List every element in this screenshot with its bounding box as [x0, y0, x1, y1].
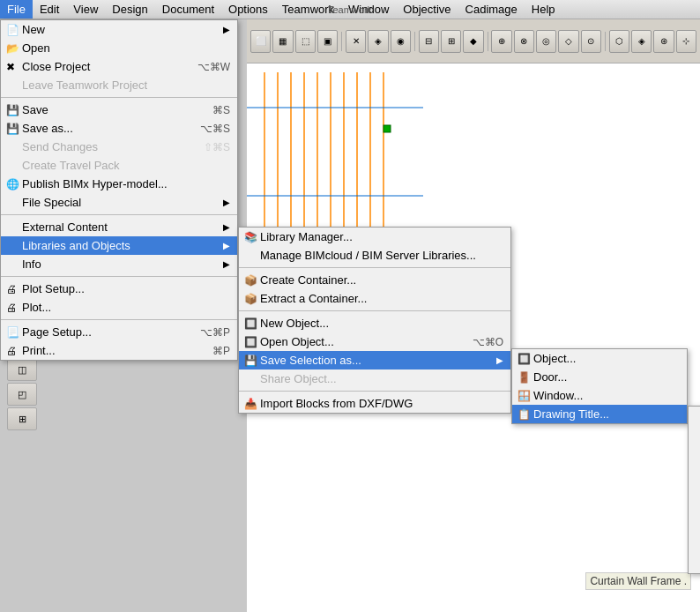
save-as-window[interactable]: 🪟 Window... [512, 386, 687, 405]
toolbar-sep-2 [414, 32, 415, 51]
save-as-icon: 💾 [6, 123, 19, 135]
menu-item-leave-teamwork: Leave Teamwork Project [1, 76, 237, 94]
drawing-title-submenu: Cabinet Door... Curtain Wall Cap... Curt… [688, 406, 700, 574]
lib-share-object: Share Object... [239, 369, 510, 388]
toolbar-btn-19[interactable]: ⊹ [676, 30, 696, 53]
dt-cabinet-door[interactable]: Cabinet Door... [689, 407, 700, 425]
dt-curtain-wall-frame[interactable]: Curtain Wall Frame... [689, 444, 700, 462]
toolbar-btn-11[interactable]: ⊕ [491, 30, 511, 53]
toolbar-btn-5[interactable]: ✕ [346, 30, 366, 53]
dt-window-sash[interactable]: Window Sash... [689, 555, 700, 573]
toolbar-btn-16[interactable]: ⬡ [609, 30, 629, 53]
window-icon: 🪟 [518, 390, 531, 402]
toolbar: ⬜ ▦ ⬚ ▣ ✕ ◈ ◉ ⊟ ⊞ ◆ ⊕ ⊗ ◎ ◇ ⊙ ⬡ ◈ ⊛ ⊹ [247, 19, 700, 63]
menu-item-close-project[interactable]: ✖ Close Project ⌥⌘W [1, 57, 237, 76]
dt-handle[interactable]: Handle... [689, 499, 700, 518]
tool-stair[interactable]: ◫ [7, 358, 37, 381]
lib-create-container[interactable]: 📦 Create Container... [239, 271, 510, 289]
toolbar-btn-3[interactable]: ⬚ [295, 30, 316, 53]
toolbar-btn-1[interactable]: ⬜ [250, 30, 271, 53]
toolbar-btn-6[interactable]: ◈ [368, 30, 388, 53]
tool-zone[interactable]: ◰ [7, 383, 37, 406]
open-object-icon: 🔲 [244, 336, 257, 348]
import-blocks-label: Import Blocks from DXF/DWG [260, 397, 413, 410]
menubar-options[interactable]: Options [221, 0, 275, 19]
menu-item-save[interactable]: 💾 Save ⌘S [1, 101, 237, 119]
save-as-drawing-title[interactable]: 📋 Drawing Title... [512, 405, 687, 423]
lib-sep-3 [239, 391, 510, 392]
menubar-document[interactable]: Document [155, 0, 221, 19]
menu-item-page-setup[interactable]: 📃 Page Setup... ⌥⌘P [1, 323, 237, 341]
menubar-view[interactable]: View [66, 0, 105, 19]
menubar-help[interactable]: Help [525, 0, 562, 19]
menubar-help-label: Help [532, 3, 555, 16]
dt-curtain-wall-cap[interactable]: Curtain Wall Cap... [689, 425, 700, 444]
menu-item-open[interactable]: 📂 Open [1, 39, 237, 57]
lib-manage-bimcloud[interactable]: Manage BIMcloud / BIM Server Libraries..… [239, 246, 510, 265]
dt-shutter-panel[interactable]: Shutter Panel... [689, 536, 700, 555]
plot-label: Plot... [22, 301, 51, 314]
publish-icon: 🌐 [6, 178, 19, 190]
menubar-cadimage[interactable]: Cadimage [458, 0, 525, 19]
lib-open-object[interactable]: 🔲 Open Object... ⌥⌘O [239, 332, 510, 351]
lib-extract-container[interactable]: 📦 Extract a Container... [239, 289, 510, 308]
toolbar-btn-2[interactable]: ▦ [272, 30, 293, 53]
menu-item-save-as[interactable]: 💾 Save as... ⌥⌘S [1, 119, 237, 138]
toolbar-btn-9[interactable]: ⊞ [441, 30, 461, 53]
menu-item-print[interactable]: 🖨 Print... ⌘P [1, 341, 237, 360]
sep-2 [1, 214, 237, 215]
open-object-label: Open Object... [260, 335, 334, 348]
toolbar-btn-10[interactable]: ◆ [463, 30, 483, 53]
create-container-icon: 📦 [244, 274, 257, 287]
lib-save-selection[interactable]: 💾 Save Selection as... ▶ [239, 351, 510, 369]
close-project-icon: ✖ [6, 61, 15, 73]
toolbar-btn-13[interactable]: ◎ [536, 30, 556, 53]
menu-item-new[interactable]: 📄 New ▶ [1, 20, 237, 39]
toolbar-btn-4[interactable]: ▣ [317, 30, 338, 53]
save-as-drawing-title-label: Drawing Title... [533, 407, 609, 421]
save-as-object[interactable]: 🔲 Object... [512, 349, 687, 368]
lib-sep-2 [239, 310, 510, 311]
save-shortcut: ⌘S [195, 104, 230, 116]
lib-sep-1 [239, 267, 510, 268]
dt-curtain-wall-panel[interactable]: Curtain Wall Panel... [689, 462, 700, 481]
menu-item-external-content[interactable]: External Content ▶ [1, 218, 237, 236]
menubar-objective[interactable]: Objective [396, 0, 458, 19]
toolbar-btn-7[interactable]: ◉ [391, 30, 411, 53]
tool-mesh[interactable]: ⊞ [7, 407, 37, 430]
dt-knob[interactable]: Knob... [689, 518, 700, 536]
menu-item-plot[interactable]: 🖨 Plot... [1, 298, 237, 317]
menubar-file[interactable]: File [0, 0, 33, 19]
libraries-label: Libraries and Objects [22, 239, 130, 252]
lib-new-object[interactable]: 🔲 New Object... [239, 314, 510, 332]
toolbar-sep-4 [605, 32, 606, 51]
menubar-design[interactable]: Design [105, 0, 154, 19]
lib-library-manager[interactable]: 📚 Library Manager... [239, 228, 510, 246]
external-content-label: External Content [22, 220, 108, 234]
plot-icon: 🖨 [6, 302, 17, 314]
toolbar-btn-12[interactable]: ⊗ [514, 30, 534, 53]
menubar-view-label: View [73, 3, 98, 16]
menubar-options-label: Options [228, 3, 268, 16]
save-as-object-label: Object... [533, 352, 576, 365]
menubar-edit[interactable]: Edit [33, 0, 66, 19]
page-setup-shortcut: ⌥⌘P [182, 326, 230, 339]
menu-item-plot-setup[interactable]: 🖨 Plot Setup... [1, 280, 237, 298]
lib-import-blocks[interactable]: 📥 Import Blocks from DXF/DWG [239, 394, 510, 413]
menu-item-publish-bimx[interactable]: 🌐 Publish BIMx Hyper-model... [1, 175, 237, 193]
toolbar-btn-15[interactable]: ⊙ [581, 30, 601, 53]
file-special-arrow: ▶ [223, 198, 230, 207]
toolbar-btn-14[interactable]: ◇ [558, 30, 578, 53]
menu-item-open-label: Open [22, 41, 50, 55]
menu-item-info[interactable]: Info ▶ [1, 255, 237, 273]
toolbar-btn-8[interactable]: ⊟ [419, 30, 439, 53]
dt-door-leaf[interactable]: Door Leaf... [689, 481, 700, 499]
info-label: Info [22, 257, 41, 271]
menu-item-libraries[interactable]: Libraries and Objects ▶ [1, 236, 237, 255]
menu-item-file-special[interactable]: File Special ▶ [1, 193, 237, 212]
send-changes-label: Send Changes [22, 140, 98, 153]
toolbar-btn-18[interactable]: ⊛ [653, 30, 674, 53]
open-object-shortcut: ⌥⌘O [455, 336, 503, 348]
toolbar-btn-17[interactable]: ◈ [631, 30, 652, 53]
save-as-door[interactable]: 🚪 Door... [512, 368, 687, 386]
